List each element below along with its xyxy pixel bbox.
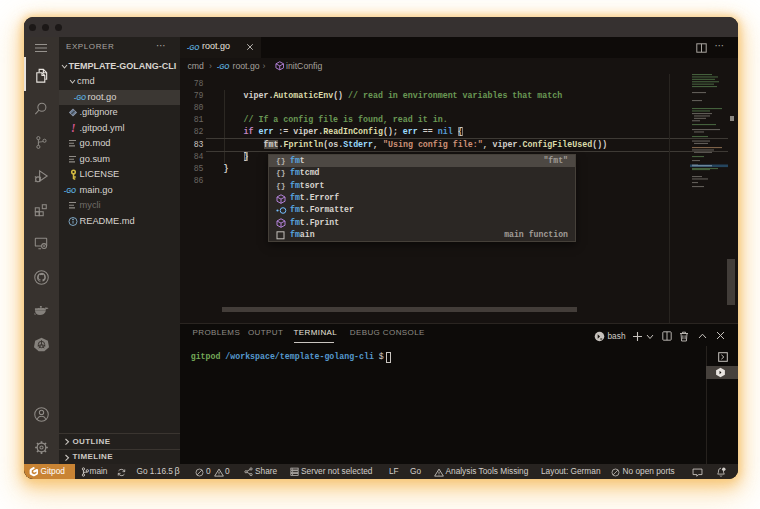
svg-text:-GO: -GO — [74, 94, 86, 101]
svg-text:-GO: -GO — [64, 187, 76, 194]
svg-text:-GO: -GO — [187, 44, 199, 51]
svg-text:!: ! — [71, 123, 75, 134]
svg-text:-GO: -GO — [217, 63, 229, 70]
